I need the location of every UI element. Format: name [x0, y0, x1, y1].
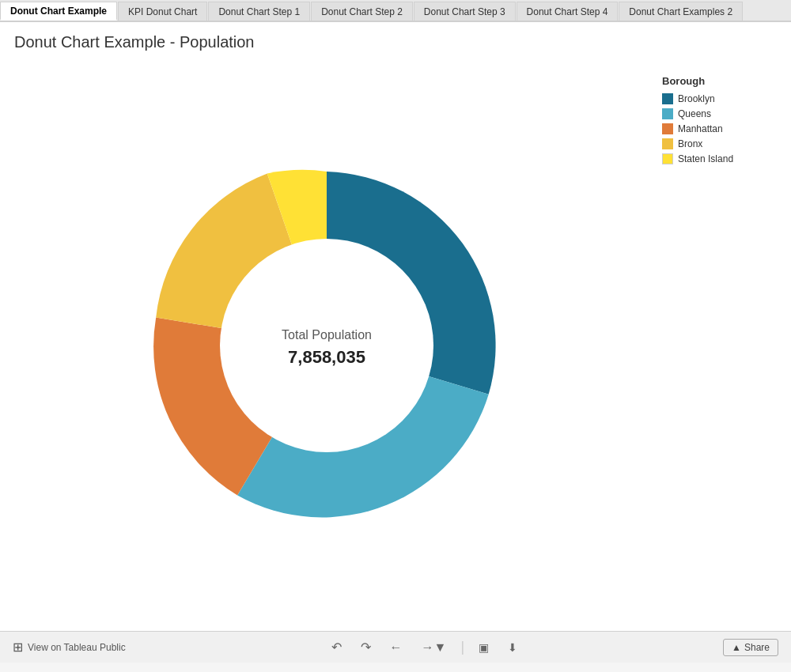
donut-chart-svg: Total Population 7,858,035 [121, 140, 532, 551]
legend-swatch-brooklyn [662, 93, 673, 104]
share-icon: ▲ [732, 642, 741, 653]
legend-swatch-queens [662, 108, 673, 119]
bottom-bar: ⊞ View on Tableau Public ↶ ↷ ← →▼ | ▣ ⬇ … [0, 631, 791, 663]
legend-item-bronx[interactable]: Bronx [662, 138, 782, 149]
forward-button-with-arrow[interactable]: →▼ [417, 639, 452, 656]
legend-label-brooklyn: Brooklyn [678, 93, 715, 104]
back-button[interactable]: ← [385, 639, 407, 656]
legend-label-manhattan: Manhattan [678, 123, 723, 134]
undo-button[interactable]: ↶ [327, 638, 346, 656]
tableau-link[interactable]: ⊞ View on Tableau Public [13, 640, 126, 655]
legend-title: Borough [662, 75, 782, 87]
tab-donut-chart-step2[interactable]: Donut Chart Step 2 [311, 2, 413, 21]
legend-item-staten-island[interactable]: Staten Island [662, 153, 782, 164]
legend-swatch-manhattan [662, 123, 673, 134]
tab-donut-chart-example[interactable]: Donut Chart Example [0, 2, 117, 21]
share-label: Share [744, 642, 770, 653]
donut-hole [220, 239, 433, 452]
tableau-grid-icon: ⊞ [13, 640, 23, 655]
present-button[interactable]: ▣ [474, 640, 494, 655]
main-content: Donut Chart Example - Population [0, 22, 791, 663]
tab-donut-chart-step3[interactable]: Donut Chart Step 3 [414, 2, 516, 21]
legend-label-staten-island: Staten Island [678, 153, 733, 164]
navigation-controls: ↶ ↷ ← →▼ | ▣ ⬇ [327, 638, 523, 656]
legend-swatch-bronx [662, 138, 673, 149]
tab-kpi-donut-chart[interactable]: KPI Donut Chart [118, 2, 207, 21]
divider-1: | [460, 639, 464, 655]
tab-bar: Donut Chart Example KPI Donut Chart Donu… [0, 0, 791, 22]
page-title: Donut Chart Example - Population [0, 22, 791, 59]
legend-item-brooklyn[interactable]: Brooklyn [662, 93, 782, 104]
legend-label-bronx: Bronx [678, 138, 702, 149]
legend-item-manhattan[interactable]: Manhattan [662, 123, 782, 134]
legend-item-queens[interactable]: Queens [662, 108, 782, 119]
content-area: Total Population 7,858,035 Borough Brook… [0, 59, 791, 631]
tab-donut-chart-step1[interactable]: Donut Chart Step 1 [208, 2, 310, 21]
legend-swatch-staten-island [662, 153, 673, 164]
donut-center-value: 7,858,035 [288, 346, 365, 366]
redo-button[interactable]: ↷ [356, 638, 376, 656]
chart-area: Total Population 7,858,035 [0, 59, 653, 631]
download-button[interactable]: ⬇ [503, 640, 522, 655]
legend: Borough Brooklyn Queens Manhattan Bronx … [653, 59, 791, 631]
tab-donut-chart-step4[interactable]: Donut Chart Step 4 [517, 2, 619, 21]
donut-center-label: Total Population [282, 328, 372, 342]
tab-donut-chart-examples2[interactable]: Donut Chart Examples 2 [619, 2, 743, 21]
share-area: ▲ Share [723, 639, 778, 656]
legend-label-queens: Queens [678, 108, 711, 119]
share-button[interactable]: ▲ Share [723, 639, 778, 656]
tableau-link-label: View on Tableau Public [28, 642, 126, 653]
